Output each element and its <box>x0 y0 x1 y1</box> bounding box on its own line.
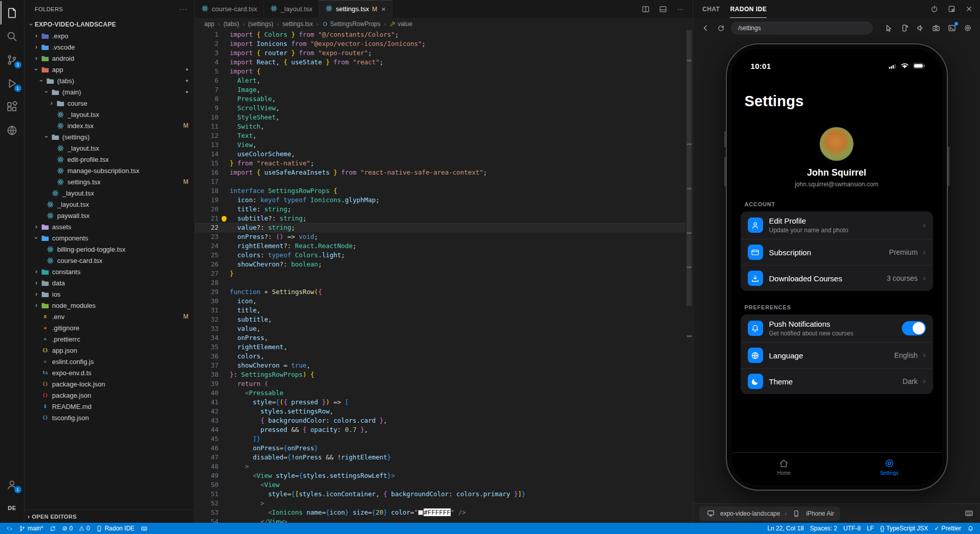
code-line-20[interactable]: 20 title: string; <box>195 205 693 214</box>
power-icon[interactable] <box>929 4 939 14</box>
tree-item-course-card-tsx[interactable]: course-card.tsx <box>24 255 194 266</box>
language-mode[interactable]: {}TypeScript JSX <box>877 523 931 534</box>
breadcrumb-settingsrowprops[interactable]: SettingsRowProps <box>322 20 381 28</box>
code-line-1[interactable]: 1import { Colors } from "@/constants/Col… <box>195 30 693 39</box>
code-line-8[interactable]: 8 Pressable, <box>195 94 693 104</box>
code-line-51[interactable]: 51 style={[styles.iconContainer, { backg… <box>195 490 693 499</box>
tree-item-vscode[interactable]: ›.vscode <box>24 41 194 53</box>
tree-item-manage-subscription-tsx[interactable]: manage-subscription.tsx <box>24 165 194 176</box>
tree-item-package-lock-json[interactable]: {}package-lock.json <box>24 378 194 390</box>
code-line-6[interactable]: 6 Alert, <box>195 76 693 85</box>
code-line-48[interactable]: 48 > <box>195 462 693 471</box>
phone-screen[interactable]: 10:01 Settings John Squirrel john.squirr… <box>731 49 942 485</box>
code-line-9[interactable]: 9 ScrollView, <box>195 104 693 113</box>
code-line-44[interactable]: 44 pressed && { opacity: 0.7 }, <box>195 425 693 434</box>
code-line-37[interactable]: 37 showChevron = true, <box>195 361 693 370</box>
code-line-39[interactable]: 39 return ( <box>195 379 693 389</box>
code-line-40[interactable]: 40 <Pressable <box>195 389 693 398</box>
code-line-50[interactable]: 50 <View <box>195 480 693 490</box>
lightbulb-icon[interactable] <box>222 216 227 221</box>
tree-item-data[interactable]: ›data <box>24 277 194 288</box>
phone-tab-home[interactable]: Home <box>731 453 837 481</box>
code-line-13[interactable]: 13 View, <box>195 140 693 150</box>
code-line-3[interactable]: 3import { router } from "expo-router"; <box>195 48 693 58</box>
tree-item-gitignore[interactable]: ◆.gitignore <box>24 322 194 333</box>
tree-item-expo-env-d-ts[interactable]: tsexpo-env.d.ts <box>24 367 194 378</box>
git-branch[interactable]: main* <box>16 523 46 534</box>
code-line-53[interactable]: 53 <Ionicons name={icon} size={20} color… <box>195 508 693 517</box>
code-line-42[interactable]: 42 styles.settingsRow, <box>195 407 693 416</box>
tree-item-package-json[interactable]: {}package.json <box>24 390 194 401</box>
code-line-49[interactable]: 49 <View style={styles.settingsRowLeft}> <box>195 471 693 480</box>
tree-item-layout-tsx[interactable]: _layout.tsx <box>24 109 194 120</box>
tree-item-assets[interactable]: ›assets <box>24 221 194 232</box>
device-audio-icon[interactable] <box>915 23 925 33</box>
tree-item-settings[interactable]: ›(settings) <box>24 131 194 142</box>
code-line-18[interactable]: 18interface SettingsRowProps { <box>195 186 693 196</box>
toggle-layout-icon[interactable] <box>658 4 668 14</box>
code-line-41[interactable]: 41 style={({ pressed }) => [ <box>195 398 693 407</box>
device-settings-icon[interactable] <box>963 23 973 33</box>
run-debug-icon[interactable]: 1 <box>1 71 24 95</box>
code-line-32[interactable]: 32 subtitle, <box>195 315 693 324</box>
source-control-icon[interactable]: 3 <box>1 48 24 71</box>
resize-panel-icon[interactable] <box>946 4 957 14</box>
back-icon[interactable] <box>700 23 710 33</box>
code-line-29[interactable]: 29function ∗ SettingsRow({ <box>195 287 693 297</box>
tree-item-android[interactable]: ›android <box>24 53 194 64</box>
code-line-34[interactable]: 34 onPress, <box>195 333 693 343</box>
tree-item-index-tsx[interactable]: index.tsxM <box>24 120 194 131</box>
breadcrumb-settings[interactable]: (settings) <box>248 20 273 28</box>
tree-item-app[interactable]: ›app● <box>24 64 194 75</box>
logs-icon[interactable] <box>947 23 957 33</box>
code-line-23[interactable]: 23 onPress?: () => void; <box>195 232 693 241</box>
tree-item-tsconfig-json[interactable]: {}tsconfig.json <box>24 412 194 423</box>
close-icon[interactable]: × <box>381 5 386 13</box>
accounts-icon[interactable]: 1 <box>1 473 24 496</box>
settings-row-downloaded-courses[interactable]: Downloaded Courses3 courses› <box>741 265 933 291</box>
tree-item-billing-period-toggle-tsx[interactable]: billing-period-toggle.tsx <box>24 244 194 255</box>
avatar[interactable] <box>820 127 853 161</box>
code-line-30[interactable]: 30 icon, <box>195 297 693 306</box>
settings-row-push-notifications[interactable]: Push NotificationsGet notified about new… <box>741 314 933 342</box>
code-line-26[interactable]: 26 showChevron?: boolean; <box>195 260 693 269</box>
cursor-position[interactable]: Ln 22, Col 18 <box>764 523 806 534</box>
code-line-10[interactable]: 10 StyleSheet, <box>195 113 693 122</box>
sync-changes[interactable] <box>46 523 59 534</box>
code-line-28[interactable]: 28 <box>195 278 693 287</box>
settings-row-theme[interactable]: ThemeDark› <box>741 368 933 394</box>
code-line-52[interactable]: 52 > <box>195 499 693 508</box>
code-line-14[interactable]: 14 useColorScheme, <box>195 150 693 159</box>
panel-tab-chat[interactable]: CHAT <box>702 0 720 18</box>
scrollbar-thumb[interactable] <box>687 30 692 306</box>
tree-item-constants[interactable]: ›constants <box>24 266 194 277</box>
code-line-54[interactable]: 54 </View> <box>195 517 693 523</box>
rotate-device-icon[interactable] <box>899 23 910 33</box>
url-bar[interactable]: /settings <box>731 21 873 35</box>
editor-tab-layout-tsx[interactable]: _layout.tsx <box>264 0 319 18</box>
tree-item-app-json[interactable]: {}app.json <box>24 345 194 356</box>
search-icon[interactable] <box>1 25 24 48</box>
open-editors-section[interactable]: › OPEN EDITORS <box>24 509 194 523</box>
tree-item-readme-md[interactable]: ℹREADME.md <box>24 401 194 412</box>
remote-indicator[interactable] <box>3 523 16 534</box>
more-actions-icon[interactable]: ··· <box>675 4 685 14</box>
code-line-27[interactable]: 27} <box>195 269 693 278</box>
code-line-33[interactable]: 33 value, <box>195 324 693 333</box>
profile-de-icon[interactable]: DE <box>1 496 24 520</box>
problems-errors[interactable]: ⊘0 <box>59 523 76 534</box>
eol-sequence[interactable]: LF <box>864 523 877 534</box>
inspect-element-icon[interactable] <box>884 23 894 33</box>
tree-item-layout-tsx[interactable]: _layout.tsx <box>24 199 194 210</box>
tree-item-node-modules[interactable]: ›node_modules <box>24 300 194 311</box>
tree-item-eslint-config-js[interactable]: ◇eslint.config.js <box>24 356 194 367</box>
tree-item-main[interactable]: ›(main)● <box>24 86 194 98</box>
screenshot-icon[interactable] <box>931 23 941 33</box>
notifications[interactable] <box>964 523 977 534</box>
code-line-5[interactable]: 5import { <box>195 67 693 76</box>
close-panel-icon[interactable] <box>964 4 974 14</box>
tree-item-course[interactable]: ›course <box>24 98 194 109</box>
settings-row-subscription[interactable]: SubscriptionPremium› <box>741 239 933 265</box>
code-line-19[interactable]: 19 icon: keyof typeof Ionicons.glyphMap; <box>195 196 693 205</box>
tree-item-prettierrc[interactable]: ≈.prettierrc <box>24 333 194 345</box>
